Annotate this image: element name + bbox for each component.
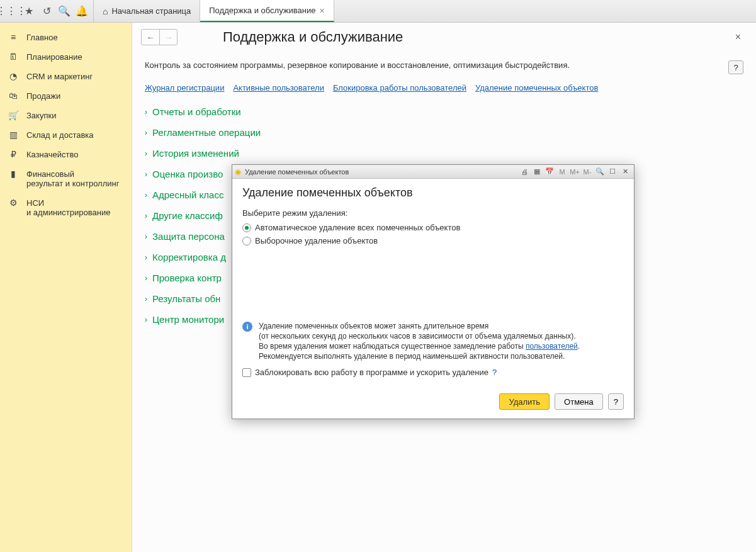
mminus-button[interactable]: M- [581, 166, 594, 177]
radio-icon [242, 223, 251, 232]
star-icon[interactable]: ★ [20, 3, 38, 20]
sidebar-icon: 🛒 [8, 111, 19, 120]
close-dialog-icon[interactable]: ✕ [619, 166, 631, 177]
sidebar-label: Планирование [26, 52, 82, 62]
chevron-right-icon: › [145, 253, 147, 262]
section-label: Защита персона [152, 231, 225, 242]
history-icon[interactable]: ↺ [38, 3, 55, 20]
search-icon[interactable]: 🔍 [55, 3, 73, 20]
chevron-right-icon: › [145, 170, 147, 179]
chevron-right-icon: › [145, 274, 147, 283]
info-icon: i [242, 322, 252, 332]
section-label: Другие классиф [152, 210, 223, 221]
radio-icon [242, 237, 251, 245]
section-label: Регламентные операции [152, 127, 261, 138]
delete-button[interactable]: Удалить [499, 393, 550, 410]
checkbox-icon [242, 368, 251, 377]
sidebar-item-8[interactable]: ⚙НСИи администрирование [0, 193, 132, 222]
section-0[interactable]: ›Отчеты и обработки [145, 101, 743, 122]
delete-dialog: ◉ Удаление помеченных объектов 🖨 ▦ 📅 M M… [232, 164, 635, 419]
sidebar-icon: ₽ [8, 150, 19, 159]
dialog-window-title: Удаление помеченных объектов [245, 168, 349, 176]
sidebar-icon: ≡ [8, 33, 19, 42]
section-1[interactable]: ›Регламентные операции [145, 122, 743, 143]
chevron-right-icon: › [145, 232, 147, 241]
sidebar-label: Продажи [26, 91, 60, 101]
radio-auto[interactable]: Автоматическое удаление всех помеченных … [242, 223, 624, 232]
sidebar-item-1[interactable]: 🗓Планирование [0, 47, 132, 67]
section-label: Отчеты и обработки [152, 106, 241, 117]
sidebar-item-7[interactable]: ▮Финансовыйрезультат и контроллинг [0, 164, 132, 193]
info-line1: Удаление помеченных объектов может занят… [259, 321, 580, 331]
sidebar-item-2[interactable]: ◔CRM и маркетинг [0, 67, 132, 86]
bell-icon[interactable]: 🔔 [73, 3, 91, 20]
mplus-button[interactable]: M+ [568, 166, 581, 177]
sidebar-item-6[interactable]: ₽Казначейство [0, 145, 132, 164]
grid-icon[interactable]: ▦ [531, 166, 543, 177]
calendar-icon[interactable]: 📅 [543, 166, 556, 177]
close-icon[interactable]: × [319, 6, 324, 16]
page-title: Поддержка и обслуживание [223, 29, 725, 45]
chevron-right-icon: › [145, 191, 147, 200]
cancel-button[interactable]: Отмена [555, 393, 603, 410]
help-button[interactable]: ? [728, 60, 743, 74]
info-line2: (от нескольких секунд до нескольких часо… [259, 331, 580, 341]
m-button[interactable]: M [556, 166, 568, 177]
sidebar-label: Казначейство [26, 150, 78, 159]
print-icon[interactable]: 🖨 [518, 166, 531, 177]
chevron-right-icon: › [145, 295, 147, 303]
forward-button[interactable]: → [159, 30, 177, 45]
quick-link-2[interactable]: Блокировка работы пользователей [333, 83, 466, 93]
sidebar-item-3[interactable]: 🛍Продажи [0, 86, 132, 106]
sidebar-icon: ▥ [8, 130, 19, 140]
maximize-icon[interactable]: ☐ [606, 166, 619, 177]
chevron-right-icon: › [145, 108, 147, 116]
info-block: i Удаление помеченных объектов может зан… [242, 321, 624, 361]
page-close-icon[interactable]: × [733, 29, 743, 45]
block-label: Заблокировать всю работу в программе и у… [255, 368, 488, 377]
dialog-titlebar[interactable]: ◉ Удаление помеченных объектов 🖨 ▦ 📅 M M… [232, 165, 634, 179]
question-icon[interactable]: ? [492, 368, 497, 377]
section-label: История изменений [152, 148, 239, 159]
sidebar-item-5[interactable]: ▥Склад и доставка [0, 125, 132, 145]
radio-selective[interactable]: Выборочное удаление объектов [242, 236, 624, 245]
tab-support[interactable]: Поддержка и обслуживание × [200, 0, 334, 22]
sidebar-label: Закупки [26, 111, 56, 120]
radio-auto-label: Автоматическое удаление всех помеченных … [255, 223, 460, 232]
info-line3: Во время удаления может наблюдаться суще… [259, 341, 580, 351]
home-icon: ⌂ [103, 6, 108, 16]
chevron-right-icon: › [145, 128, 147, 137]
quick-link-0[interactable]: Журнал регистрации [145, 83, 224, 93]
app-icon: ◉ [235, 167, 241, 176]
mode-label: Выберите режим удаления: [242, 208, 624, 218]
users-link[interactable]: пользователей [526, 342, 578, 351]
block-checkbox-row[interactable]: Заблокировать всю работу в программе и у… [242, 368, 624, 377]
sidebar-item-4[interactable]: 🛒Закупки [0, 106, 132, 125]
zoom-icon[interactable]: 🔍 [594, 166, 606, 177]
sidebar-icon: 🗓 [8, 52, 19, 62]
sidebar-icon: ⚙ [8, 198, 19, 208]
quick-link-3[interactable]: Удаление помеченных объектов [475, 83, 598, 93]
quick-links: Журнал регистрацииАктивные пользователиБ… [132, 74, 756, 101]
sidebar-label: Склад и доставка [26, 130, 94, 140]
back-button[interactable]: ← [142, 30, 159, 45]
sidebar-label: Финансовыйрезультат и контроллинг [26, 169, 119, 188]
section-label: Центр монитори [152, 314, 224, 325]
chevron-right-icon: › [145, 315, 147, 324]
chevron-right-icon: › [145, 149, 147, 158]
sidebar-item-0[interactable]: ≡Главное [0, 28, 132, 47]
sidebar-label: НСИи администрирование [26, 198, 110, 217]
section-2[interactable]: ›История изменений [145, 143, 743, 164]
chevron-right-icon: › [145, 211, 147, 220]
section-label: Оценка произво [152, 169, 223, 179]
section-label: Проверка контр [152, 273, 222, 283]
sidebar: ≡Главное🗓Планирование◔CRM и маркетинг🛍Пр… [0, 23, 132, 552]
tab-home[interactable]: ⌂ Начальная страница [94, 0, 200, 22]
toolbar-icons: ⋮⋮⋮ ★ ↺ 🔍 🔔 [0, 0, 94, 22]
quick-link-1[interactable]: Активные пользователи [233, 83, 324, 93]
nav-buttons: ← → [141, 29, 178, 45]
sidebar-icon: 🛍 [8, 91, 19, 101]
dialog-help-button[interactable]: ? [608, 393, 624, 410]
sidebar-label: Главное [26, 33, 58, 42]
apps-icon[interactable]: ⋮⋮⋮ [3, 3, 20, 20]
